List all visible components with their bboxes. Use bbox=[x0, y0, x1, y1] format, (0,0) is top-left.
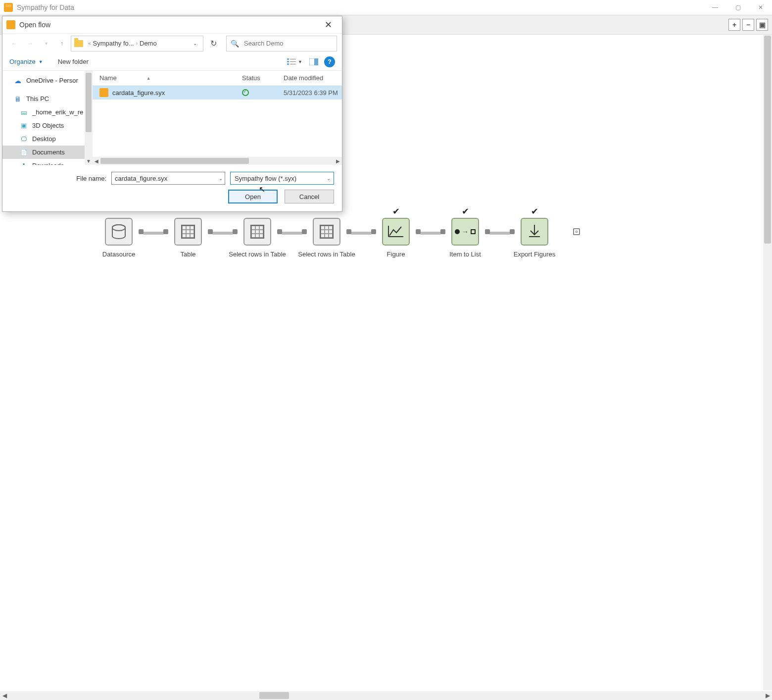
output-port[interactable] bbox=[573, 228, 580, 235]
minimize-button[interactable]: — bbox=[704, 0, 726, 15]
zoom-out-button[interactable]: − bbox=[742, 19, 754, 31]
tree-item-home[interactable]: 🖴_home_erik_w_re bbox=[2, 105, 85, 119]
chart-icon bbox=[388, 226, 403, 238]
app-title: Sympathy for Data bbox=[17, 3, 74, 11]
vertical-scrollbar[interactable] bbox=[763, 35, 772, 690]
app-icon bbox=[4, 3, 13, 12]
table-icon bbox=[250, 225, 264, 239]
check-icon: ✔ bbox=[462, 206, 469, 217]
tree-item-3d-objects[interactable]: ▣3D Objects bbox=[2, 119, 85, 132]
nav-forward-button[interactable]: → bbox=[23, 37, 37, 50]
breadcrumb-parent[interactable]: Sympathy fo... bbox=[93, 40, 134, 47]
file-date: 5/31/2023 6:39 PM bbox=[284, 89, 342, 97]
zoom-fit-button[interactable]: ▣ bbox=[756, 19, 768, 31]
filename-label: File name: bbox=[10, 175, 106, 182]
horizontal-scrollbar[interactable]: ◀ ▶ bbox=[0, 691, 772, 700]
scroll-left-arrow[interactable]: ◀ bbox=[93, 158, 100, 164]
tree-item-desktop[interactable]: 🖵Desktop bbox=[2, 132, 85, 146]
chevron-down-icon[interactable]: ⌄ bbox=[327, 176, 331, 181]
search-icon: 🔍 bbox=[231, 40, 239, 48]
breadcrumb-current[interactable]: Demo bbox=[140, 40, 157, 47]
dialog-close-button[interactable]: ✕ bbox=[318, 18, 338, 32]
table-icon bbox=[181, 225, 195, 239]
svg-rect-9 bbox=[290, 64, 296, 64]
breadcrumb[interactable]: « Sympathy fo... › Demo ⌄ bbox=[71, 36, 203, 51]
help-button[interactable]: ? bbox=[324, 56, 335, 67]
check-icon: ✔ bbox=[392, 206, 400, 217]
preview-icon bbox=[309, 58, 318, 65]
node-label: Table bbox=[180, 250, 195, 258]
chevron-down-icon: ▼ bbox=[39, 59, 43, 64]
chevron-right-icon: › bbox=[136, 41, 138, 46]
breadcrumb-dropdown[interactable]: ⌄ bbox=[190, 41, 200, 46]
list-view-icon bbox=[287, 58, 296, 65]
tree-item-onedrive[interactable]: ☁OneDrive - Persor bbox=[2, 74, 85, 87]
column-date[interactable]: Date modified bbox=[284, 74, 342, 82]
folder-icon bbox=[74, 40, 83, 47]
svg-rect-11 bbox=[314, 58, 318, 65]
node-label: Figure bbox=[387, 250, 405, 258]
export-icon bbox=[527, 224, 542, 240]
node-label: Select rows in Table bbox=[298, 250, 355, 258]
nav-recent-button[interactable]: ▾ bbox=[39, 37, 53, 50]
file-list[interactable]: Name▲ Status Date modified cardata_figur… bbox=[93, 71, 342, 165]
cancel-button[interactable]: Cancel bbox=[285, 190, 334, 203]
nav-up-button[interactable]: ↑ bbox=[55, 37, 69, 50]
close-button[interactable]: ✕ bbox=[749, 0, 772, 15]
search-box[interactable]: 🔍 bbox=[226, 36, 337, 51]
file-list-hscroll[interactable]: ◀ ▶ bbox=[93, 157, 342, 165]
column-status[interactable]: Status bbox=[242, 74, 284, 82]
open-flow-dialog: Open flow ✕ ← → ▾ ↑ « Sympathy fo... › D… bbox=[2, 16, 342, 212]
svg-rect-6 bbox=[287, 63, 289, 65]
node-label: Select rows in Table bbox=[229, 250, 286, 258]
node-export-figures[interactable]: ✔ Export Figures bbox=[500, 218, 569, 258]
dialog-toolbar: Organize▼ New folder ▼ ? bbox=[2, 53, 342, 71]
sort-asc-icon: ▲ bbox=[146, 76, 151, 81]
open-button[interactable]: Open bbox=[228, 190, 278, 203]
breadcrumb-prefix: « bbox=[88, 41, 91, 46]
filename-input[interactable]: cardata_figure.syx ⌄ bbox=[111, 172, 225, 185]
dialog-icon bbox=[6, 20, 15, 29]
nav-back-button[interactable]: ← bbox=[7, 37, 21, 50]
folder-tree[interactable]: ☁OneDrive - Persor 🖥This PC 🖴_home_erik_… bbox=[2, 71, 85, 165]
check-icon: ✔ bbox=[531, 206, 538, 217]
file-status bbox=[242, 89, 284, 96]
tree-item-documents[interactable]: 📄Documents bbox=[2, 146, 85, 159]
scroll-left-arrow[interactable]: ◀ bbox=[0, 691, 9, 700]
new-folder-button[interactable]: New folder bbox=[58, 58, 89, 65]
file-list-header[interactable]: Name▲ Status Date modified bbox=[93, 71, 342, 86]
search-input[interactable] bbox=[244, 40, 333, 47]
maximize-button[interactable]: ▢ bbox=[726, 0, 749, 15]
table-icon bbox=[320, 225, 334, 239]
flow-graph: Datasource Table Select rows in Table Se… bbox=[84, 218, 580, 258]
dialog-nav: ← → ▾ ↑ « Sympathy fo... › Demo ⌄ ↻ 🔍 bbox=[2, 33, 342, 53]
organize-menu[interactable]: Organize▼ bbox=[9, 58, 43, 65]
view-mode-button[interactable]: ▼ bbox=[286, 57, 303, 66]
cloud-icon: ☁ bbox=[13, 77, 22, 85]
tree-item-downloads[interactable]: ⬇Downloads bbox=[2, 159, 85, 165]
scroll-right-arrow[interactable]: ▶ bbox=[763, 691, 772, 700]
svg-rect-7 bbox=[290, 59, 296, 59]
svg-rect-4 bbox=[287, 58, 289, 60]
refresh-button[interactable]: ↻ bbox=[205, 36, 221, 51]
database-icon bbox=[112, 224, 126, 239]
drive-icon: 🖴 bbox=[19, 108, 28, 116]
dialog-footer: File name: cardata_figure.syx ⌄ Sympathy… bbox=[2, 165, 342, 211]
tree-scrollbar[interactable]: ▲ ▼ bbox=[85, 71, 93, 165]
dialog-titlebar: Open flow ✕ bbox=[2, 16, 342, 33]
node-label: Export Figures bbox=[514, 250, 556, 258]
file-type-filter[interactable]: Sympathy flow (*.syx) ⌄ bbox=[230, 172, 334, 185]
tree-item-this-pc[interactable]: 🖥This PC bbox=[2, 92, 85, 105]
desktop-icon: 🖵 bbox=[19, 135, 28, 143]
preview-pane-button[interactable] bbox=[308, 57, 319, 66]
scroll-right-arrow[interactable]: ▶ bbox=[334, 158, 342, 164]
chevron-down-icon: ▼ bbox=[298, 59, 302, 64]
chevron-down-icon[interactable]: ⌄ bbox=[219, 176, 223, 181]
scroll-down-arrow[interactable]: ▼ bbox=[85, 157, 93, 165]
zoom-in-button[interactable]: + bbox=[728, 19, 740, 31]
item-to-list-icon: → bbox=[455, 228, 476, 236]
column-name[interactable]: Name bbox=[99, 74, 117, 82]
node-label: Item to List bbox=[449, 250, 481, 258]
file-row[interactable]: cardata_figure.syx 5/31/2023 6:39 PM bbox=[93, 86, 342, 100]
cube-icon: ▣ bbox=[19, 122, 28, 130]
